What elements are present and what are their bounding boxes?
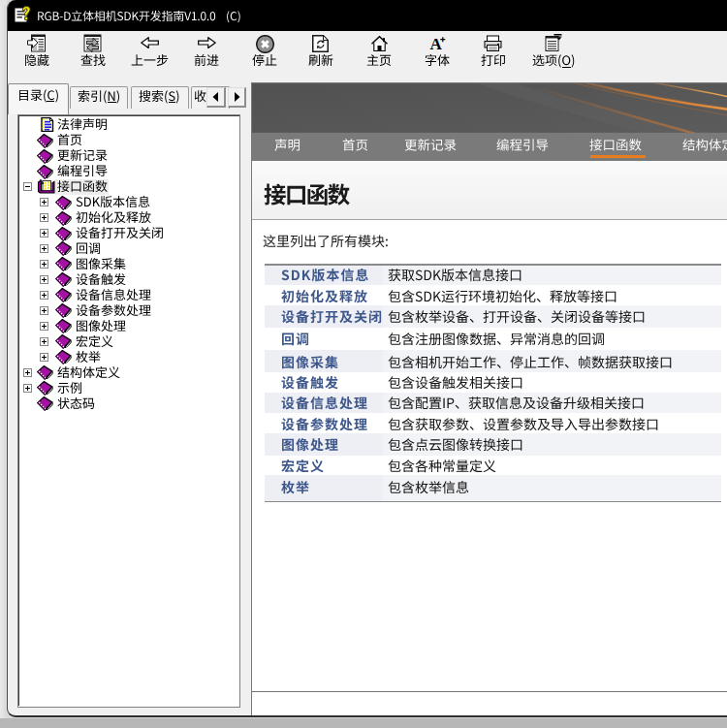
- svg-text:A: A: [429, 35, 442, 52]
